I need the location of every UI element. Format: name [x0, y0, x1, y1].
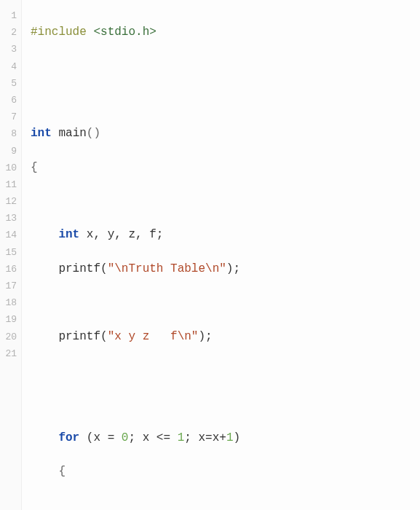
line-number: 11 [3, 176, 17, 193]
line-number: 20 [3, 329, 17, 345]
number-token: 1 [178, 431, 185, 444]
function-token: printf [58, 330, 100, 343]
code-line [31, 497, 414, 510]
code-line: { [31, 463, 414, 480]
line-number: 2 [3, 24, 17, 41]
line-number: 8 [3, 125, 17, 142]
code-block: 123456789101112131415161718192021 #inclu… [0, 0, 420, 510]
line-number: 17 [3, 278, 17, 294]
preprocessor-token: #include [31, 26, 87, 39]
code-line [31, 92, 414, 109]
code-line: { [31, 160, 414, 176]
line-number: 6 [3, 92, 17, 109]
line-number: 13 [3, 210, 17, 227]
line-number: 21 [3, 345, 17, 362]
function-token: main [58, 127, 86, 140]
string-token: "x y z f\n" [108, 330, 199, 343]
line-number: 19 [3, 311, 17, 328]
line-number: 10 [3, 160, 17, 176]
code-line [31, 294, 414, 311]
line-number: 4 [3, 58, 17, 75]
string-token: "\nTruth Table\n" [108, 262, 226, 275]
line-number: 15 [3, 244, 17, 261]
line-number: 1 [3, 7, 17, 24]
code-line [31, 362, 414, 379]
code-line: int main() [31, 125, 414, 142]
line-number: 7 [3, 109, 17, 125]
line-number: 14 [3, 227, 17, 243]
line-number: 9 [3, 143, 17, 160]
line-number: 16 [3, 261, 17, 278]
include-path-token: <stdio.h> [93, 26, 156, 39]
code-line [31, 58, 414, 75]
line-number: 5 [3, 75, 17, 92]
line-number: 12 [3, 193, 17, 210]
line-number: 18 [3, 294, 17, 311]
function-token: printf [58, 262, 100, 275]
keyword-token: int [31, 127, 52, 140]
line-number: 3 [3, 41, 17, 58]
code-line [31, 193, 414, 210]
code-line: #include <stdio.h> [31, 24, 414, 41]
number-token: 0 [122, 431, 129, 444]
code-line: printf("x y z f\n"); [31, 329, 414, 345]
keyword-token: for [58, 431, 79, 444]
code-line: printf("\nTruth Table\n"); [31, 261, 414, 278]
code-line: for (x = 0; x <= 1; x=x+1) [31, 430, 414, 447]
code-line [31, 396, 414, 412]
keyword-token: int [58, 228, 79, 241]
line-number-gutter: 123456789101112131415161718192021 [0, 0, 22, 510]
code-line: int x, y, z, f; [31, 227, 414, 243]
code-area: #include <stdio.h> int main() { int x, y… [22, 0, 420, 510]
